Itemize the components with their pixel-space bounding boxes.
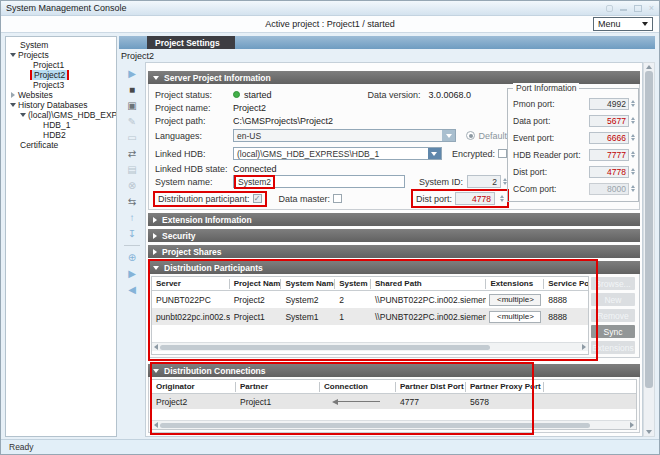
- participants-row-2[interactable]: punbt022pc.in002.siemen Project1 System1…: [152, 308, 588, 325]
- scroll-right-icon[interactable]: [630, 422, 634, 428]
- hdb-reader-port-spinner[interactable]: 7777: [589, 149, 629, 161]
- scroll-left-icon[interactable]: [154, 422, 158, 428]
- scrollbar-thumb[interactable]: [160, 345, 490, 350]
- collapse-icon: [153, 369, 159, 373]
- tree-item-system[interactable]: System: [6, 40, 116, 50]
- tree-item-project3[interactable]: Project3: [6, 80, 116, 90]
- scroll-up-icon[interactable]: [646, 65, 652, 69]
- spinner-arrows-icon[interactable]: [631, 168, 635, 175]
- languages-dropdown[interactable]: en-US: [233, 129, 456, 142]
- stop-project-icon[interactable]: ■: [126, 83, 139, 96]
- add-icon[interactable]: ⊕: [126, 251, 139, 264]
- section-header-distribution-participants[interactable]: Distribution Participants: [148, 261, 640, 274]
- expand-icon: [153, 233, 157, 239]
- spinner-arrows-icon[interactable]: [631, 117, 635, 124]
- expander-open-icon[interactable]: [10, 103, 16, 107]
- tree-item-websites[interactable]: Websites: [6, 90, 116, 100]
- tree-item-hdb1[interactable]: HDB_1: [6, 120, 116, 130]
- distribution-participant-field: Distribution participant: ✓: [155, 193, 265, 205]
- scrollbar-thumb[interactable]: [160, 423, 590, 428]
- section-header-distribution-connections[interactable]: Distribution Connections: [148, 364, 640, 377]
- default-language-radio[interactable]: [466, 131, 475, 140]
- encrypted-checkbox[interactable]: [498, 149, 507, 158]
- tree-item-history-databases[interactable]: History Databases: [6, 100, 116, 110]
- pmon-port-spinner[interactable]: 4992: [589, 98, 629, 110]
- minimize-icon[interactable]: [620, 9, 627, 11]
- hdb-reader-port-label: HDB Reader port:: [513, 150, 581, 160]
- spinner-arrows-icon[interactable]: [500, 195, 504, 202]
- tree-item-projects[interactable]: Projects: [6, 50, 116, 60]
- system-id-spinner[interactable]: 2: [467, 175, 501, 188]
- pmon-port-label: Pmon port:: [513, 99, 555, 109]
- rename-project-icon[interactable]: ▭: [126, 131, 139, 144]
- upgrade-icon[interactable]: ↑: [126, 211, 139, 224]
- toolbar-divider: [124, 245, 140, 246]
- spinner-arrows-icon[interactable]: [631, 100, 635, 107]
- scroll-left-icon[interactable]: [154, 344, 158, 350]
- panel-vertical-scrollbar[interactable]: [643, 62, 655, 437]
- new-button[interactable]: New: [591, 293, 635, 306]
- event-port-spinner[interactable]: 6666: [589, 132, 629, 144]
- data-port-spinner[interactable]: 5677: [589, 115, 629, 127]
- system-name-input[interactable]: System2: [233, 175, 405, 188]
- tree-item-hdb2[interactable]: HDB2: [6, 130, 116, 140]
- default-label: Default: [478, 131, 507, 141]
- connections-horizontal-scrollbar[interactable]: [152, 420, 636, 429]
- section-extension-information: Extension Information: [148, 213, 640, 226]
- tree-item-certificate[interactable]: Certificate: [6, 140, 116, 150]
- close-icon[interactable]: ×: [649, 4, 654, 13]
- participants-row-1[interactable]: PUNBT022PC Project2 System2 2 \\PUNBT022…: [152, 291, 588, 308]
- maximize-icon[interactable]: [634, 5, 642, 12]
- extensions-combo[interactable]: <multiple>: [489, 311, 541, 323]
- expander-open-icon[interactable]: [20, 113, 26, 117]
- scroll-down-icon[interactable]: [646, 430, 652, 434]
- menu-dropdown[interactable]: Menu: [593, 17, 653, 31]
- section-header-project-shares[interactable]: Project Shares: [148, 245, 640, 258]
- extensions-combo[interactable]: <multiple>: [489, 294, 541, 306]
- system-name-value: System2: [236, 177, 273, 187]
- browse-button[interactable]: Browse...: [591, 277, 635, 290]
- expander-open-icon[interactable]: [10, 53, 16, 57]
- tree-item-project1[interactable]: Project1: [6, 60, 116, 70]
- tree-item-project2[interactable]: Project2: [6, 70, 116, 80]
- edit-project-icon[interactable]: ✎: [126, 115, 139, 128]
- chevron-down-icon: [642, 22, 648, 26]
- spinner-arrows-icon[interactable]: [631, 134, 635, 141]
- extensions-button[interactable]: Extensions: [591, 341, 635, 354]
- link-hdb-icon[interactable]: ⇄: [126, 147, 139, 160]
- dropdown-arrow-icon[interactable]: [428, 148, 441, 159]
- dist-port-info-spinner[interactable]: 4778: [589, 166, 629, 178]
- data-version-value: 3.0.0068.0: [429, 90, 472, 100]
- connections-table-header: Originator Partner Connection Partner Di…: [152, 380, 636, 394]
- dropdown-arrow-icon[interactable]: [442, 130, 455, 141]
- tab-project-settings[interactable]: Project Settings: [147, 36, 235, 49]
- event-port-label: Event port:: [513, 133, 554, 143]
- spinner-arrows-icon[interactable]: [631, 151, 635, 158]
- remove-button[interactable]: Remove: [591, 309, 635, 322]
- scroll-right-icon[interactable]: [582, 344, 586, 350]
- pin-icon[interactable]: ↧: [126, 227, 139, 240]
- expander-closed-icon[interactable]: [11, 92, 15, 98]
- data-master-checkbox[interactable]: [333, 194, 342, 203]
- section-header-extension-information[interactable]: Extension Information: [148, 213, 640, 226]
- section-header-security[interactable]: Security: [148, 229, 640, 242]
- expand-icon: [153, 217, 157, 223]
- scrollbar-thumb[interactable]: [645, 71, 653, 388]
- tree-item-hdb-express[interactable]: (local)\GMS_HDB_EXPRESS: [6, 110, 116, 120]
- activate-icon[interactable]: ▶: [126, 267, 139, 280]
- distribution-participant-checkbox[interactable]: ✓: [253, 194, 262, 203]
- start-project-icon[interactable]: ▶: [126, 67, 139, 80]
- connections-row-1[interactable]: Project2 Project1 4777 5678: [152, 394, 636, 409]
- section-project-shares: Project Shares: [148, 245, 640, 258]
- dist-port-spinner[interactable]: 4778: [455, 192, 495, 205]
- delete-icon[interactable]: ⊗: [126, 179, 139, 192]
- sync-button[interactable]: Sync: [591, 325, 635, 338]
- deactivate-icon[interactable]: ◀: [126, 283, 139, 296]
- connections-table: Originator Partner Connection Partner Di…: [151, 379, 637, 430]
- collapse-icon: [153, 266, 159, 270]
- copy-project-icon[interactable]: ▣: [126, 99, 139, 112]
- linked-hdb-dropdown[interactable]: (local)\GMS_HDB_EXPRESS\HDB_1: [233, 147, 442, 160]
- participants-horizontal-scrollbar[interactable]: [152, 342, 588, 351]
- save-icon[interactable]: ▤: [126, 163, 139, 176]
- relink-icon[interactable]: ⇆: [126, 195, 139, 208]
